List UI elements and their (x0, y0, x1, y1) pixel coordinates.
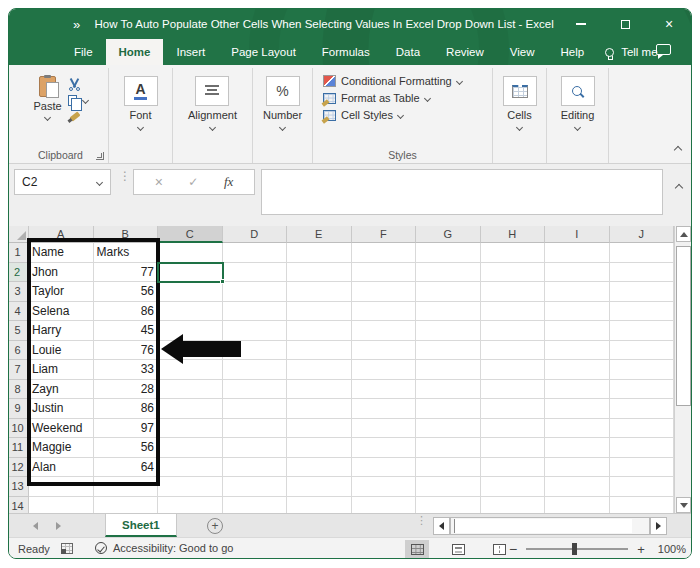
cell-J6[interactable] (610, 341, 675, 361)
cell-H10[interactable] (481, 419, 546, 439)
row-header-14[interactable]: 14 (9, 497, 29, 514)
format-painter-button[interactable] (68, 110, 88, 123)
cell-E14[interactable] (287, 497, 352, 514)
row-header-5[interactable]: 5 (9, 321, 29, 341)
column-header-F[interactable]: F (352, 226, 417, 243)
cell-D1[interactable] (223, 243, 288, 263)
cell-J2[interactable] (610, 263, 675, 283)
horizontal-scrollbar-track[interactable] (450, 517, 650, 535)
cell-G1[interactable] (416, 243, 481, 263)
tab-help[interactable]: Help (548, 39, 598, 65)
cell-J1[interactable] (610, 243, 675, 263)
scroll-right-button[interactable] (650, 517, 667, 535)
zoom-slider-handle[interactable] (572, 543, 577, 555)
cell-F1[interactable] (352, 243, 417, 263)
cell-J14[interactable] (610, 497, 675, 514)
vertical-scrollbar-thumb[interactable] (676, 246, 691, 406)
horizontal-scrollbar-thumb[interactable] (454, 519, 632, 533)
cell-H6[interactable] (481, 341, 546, 361)
zoom-slider[interactable] (526, 548, 628, 550)
expand-formula-bar-button[interactable] (676, 177, 682, 195)
comment-icon[interactable] (656, 44, 671, 55)
cell-G11[interactable] (416, 438, 481, 458)
column-header-E[interactable]: E (287, 226, 352, 243)
vertical-scrollbar[interactable] (674, 226, 691, 513)
cell-D4[interactable] (223, 302, 288, 322)
select-all-corner[interactable] (9, 226, 29, 243)
cell-C13[interactable] (158, 477, 223, 497)
cell-F14[interactable] (352, 497, 417, 514)
tab-bar-grip[interactable]: ⋮ (416, 518, 427, 523)
cell-G12[interactable] (416, 458, 481, 478)
row-header-10[interactable]: 10 (9, 419, 29, 439)
cell-H7[interactable] (481, 360, 546, 380)
cell-H3[interactable] (481, 282, 546, 302)
previous-sheet-button[interactable] (33, 522, 38, 530)
cell-E11[interactable] (287, 438, 352, 458)
confirm-entry-button[interactable]: ✓ (188, 175, 198, 189)
tab-formulas[interactable]: Formulas (309, 39, 383, 65)
clipboard-dialog-launcher-icon[interactable] (96, 152, 104, 160)
cell-F7[interactable] (352, 360, 417, 380)
cell-I14[interactable] (545, 497, 610, 514)
cell-F6[interactable] (352, 341, 417, 361)
copy-button[interactable] (68, 95, 88, 106)
format-as-table-button[interactable]: Format as Table (323, 92, 488, 104)
cell-I8[interactable] (545, 380, 610, 400)
tab-insert[interactable]: Insert (163, 39, 218, 65)
insert-function-button[interactable]: fx (224, 174, 233, 190)
cell-F12[interactable] (352, 458, 417, 478)
cell-J8[interactable] (610, 380, 675, 400)
row-header-4[interactable]: 4 (9, 302, 29, 322)
column-header-G[interactable]: G (416, 226, 481, 243)
cell-styles-button[interactable]: Cell Styles (323, 109, 488, 121)
column-header-C[interactable]: C (158, 226, 223, 243)
row-header-8[interactable]: 8 (9, 380, 29, 400)
zoom-level[interactable]: 100% (658, 543, 686, 555)
cell-E12[interactable] (287, 458, 352, 478)
formula-input[interactable] (261, 169, 663, 215)
cell-F5[interactable] (352, 321, 417, 341)
cell-F8[interactable] (352, 380, 417, 400)
add-sheet-button[interactable]: + (207, 518, 223, 534)
cell-G3[interactable] (416, 282, 481, 302)
tab-file[interactable]: File (61, 39, 106, 65)
cell-I7[interactable] (545, 360, 610, 380)
tab-view[interactable]: View (497, 39, 548, 65)
cell-A14[interactable] (29, 497, 94, 514)
collapse-ribbon-button[interactable] (675, 139, 681, 157)
cell-H1[interactable] (481, 243, 546, 263)
cell-B14[interactable] (94, 497, 159, 514)
cell-I1[interactable] (545, 243, 610, 263)
cell-H12[interactable] (481, 458, 546, 478)
cell-F4[interactable] (352, 302, 417, 322)
zoom-in-button[interactable]: + (637, 542, 645, 557)
cells-button[interactable]: Cells (503, 70, 537, 147)
cell-I4[interactable] (545, 302, 610, 322)
next-sheet-button[interactable] (56, 522, 61, 530)
alignment-button[interactable]: Alignment (188, 70, 237, 147)
cell-C9[interactable] (158, 399, 223, 419)
scroll-down-button[interactable] (676, 497, 691, 513)
cell-I11[interactable] (545, 438, 610, 458)
cell-H14[interactable] (481, 497, 546, 514)
tab-data[interactable]: Data (383, 39, 433, 65)
cell-D12[interactable] (223, 458, 288, 478)
cell-F11[interactable] (352, 438, 417, 458)
minimize-button[interactable] (559, 9, 603, 39)
cell-E10[interactable] (287, 419, 352, 439)
column-header-J[interactable]: J (610, 226, 675, 243)
cell-J11[interactable] (610, 438, 675, 458)
cell-E13[interactable] (287, 477, 352, 497)
cell-H13[interactable] (481, 477, 546, 497)
row-header-13[interactable]: 13 (9, 477, 29, 497)
cell-I12[interactable] (545, 458, 610, 478)
scroll-left-button[interactable] (433, 517, 450, 535)
horizontal-scrollbar[interactable] (433, 517, 667, 535)
row-header-3[interactable]: 3 (9, 282, 29, 302)
row-header-6[interactable]: 6 (9, 341, 29, 361)
cell-H4[interactable] (481, 302, 546, 322)
cell-J13[interactable] (610, 477, 675, 497)
scroll-up-button[interactable] (676, 226, 691, 242)
cancel-entry-button[interactable]: × (155, 174, 163, 190)
